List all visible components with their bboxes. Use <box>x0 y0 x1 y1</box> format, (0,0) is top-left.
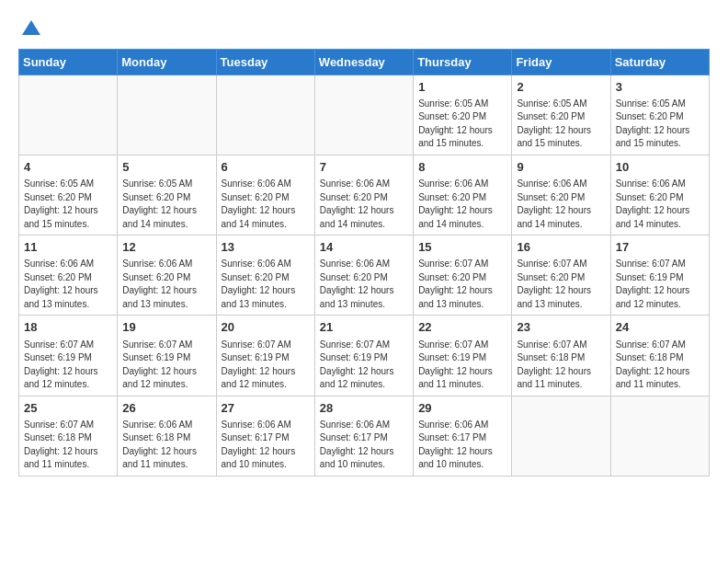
day-cell <box>610 396 709 476</box>
day-cell: 19Sunrise: 6:07 AM Sunset: 6:19 PM Dayli… <box>118 316 216 396</box>
day-info: Sunrise: 6:06 AM Sunset: 6:20 PM Dayligh… <box>222 258 310 311</box>
day-cell: 28Sunrise: 6:06 AM Sunset: 6:17 PM Dayli… <box>314 396 413 476</box>
day-info: Sunrise: 6:06 AM Sunset: 6:20 PM Dayligh… <box>320 258 408 311</box>
day-cell <box>19 75 118 155</box>
day-cell: 8Sunrise: 6:06 AM Sunset: 6:20 PM Daylig… <box>414 155 512 235</box>
day-cell: 7Sunrise: 6:06 AM Sunset: 6:20 PM Daylig… <box>314 155 413 235</box>
day-cell: 3Sunrise: 6:05 AM Sunset: 6:20 PM Daylig… <box>610 75 709 155</box>
day-number: 14 <box>320 239 408 256</box>
day-cell: 4Sunrise: 6:05 AM Sunset: 6:20 PM Daylig… <box>19 155 118 235</box>
day-info: Sunrise: 6:07 AM Sunset: 6:19 PM Dayligh… <box>222 339 310 392</box>
day-info: Sunrise: 6:05 AM Sunset: 6:20 PM Dayligh… <box>24 178 112 231</box>
week-row-3: 11Sunrise: 6:06 AM Sunset: 6:20 PM Dayli… <box>19 236 710 316</box>
day-cell: 13Sunrise: 6:06 AM Sunset: 6:20 PM Dayli… <box>216 236 314 316</box>
logo-icon <box>18 22 42 40</box>
weekday-friday: Friday <box>512 49 610 75</box>
day-number: 26 <box>122 400 210 417</box>
day-cell: 25Sunrise: 6:07 AM Sunset: 6:18 PM Dayli… <box>19 396 118 476</box>
day-number: 10 <box>616 159 704 176</box>
day-cell: 27Sunrise: 6:06 AM Sunset: 6:17 PM Dayli… <box>216 396 314 476</box>
page-header <box>18 15 710 41</box>
weekday-header-row: SundayMondayTuesdayWednesdayThursdayFrid… <box>19 49 710 75</box>
day-info: Sunrise: 6:06 AM Sunset: 6:17 PM Dayligh… <box>418 419 506 472</box>
day-cell: 20Sunrise: 6:07 AM Sunset: 6:19 PM Dayli… <box>216 316 314 396</box>
day-info: Sunrise: 6:06 AM Sunset: 6:20 PM Dayligh… <box>418 178 506 231</box>
day-info: Sunrise: 6:06 AM Sunset: 6:17 PM Dayligh… <box>222 419 310 472</box>
day-cell: 21Sunrise: 6:07 AM Sunset: 6:19 PM Dayli… <box>314 316 413 396</box>
day-info: Sunrise: 6:07 AM Sunset: 6:18 PM Dayligh… <box>517 339 605 392</box>
day-info: Sunrise: 6:07 AM Sunset: 6:19 PM Dayligh… <box>616 258 704 311</box>
day-number: 3 <box>616 79 704 96</box>
day-cell: 9Sunrise: 6:06 AM Sunset: 6:20 PM Daylig… <box>512 155 610 235</box>
day-info: Sunrise: 6:07 AM Sunset: 6:19 PM Dayligh… <box>320 339 408 392</box>
day-number: 1 <box>418 79 506 96</box>
day-info: Sunrise: 6:05 AM Sunset: 6:20 PM Dayligh… <box>517 98 605 151</box>
day-info: Sunrise: 6:06 AM Sunset: 6:20 PM Dayligh… <box>320 178 408 231</box>
week-row-4: 18Sunrise: 6:07 AM Sunset: 6:19 PM Dayli… <box>19 316 710 396</box>
day-number: 6 <box>222 159 310 176</box>
day-number: 29 <box>418 400 506 417</box>
day-info: Sunrise: 6:06 AM Sunset: 6:20 PM Dayligh… <box>122 258 210 311</box>
week-row-1: 1Sunrise: 6:05 AM Sunset: 6:20 PM Daylig… <box>19 75 710 155</box>
day-cell: 29Sunrise: 6:06 AM Sunset: 6:17 PM Dayli… <box>414 396 512 476</box>
day-cell: 12Sunrise: 6:06 AM Sunset: 6:20 PM Dayli… <box>118 236 216 316</box>
weekday-saturday: Saturday <box>610 49 709 75</box>
day-number: 18 <box>24 319 112 336</box>
day-number: 28 <box>320 400 408 417</box>
day-info: Sunrise: 6:06 AM Sunset: 6:17 PM Dayligh… <box>320 419 408 472</box>
calendar-header: SundayMondayTuesdayWednesdayThursdayFrid… <box>19 49 710 75</box>
day-info: Sunrise: 6:05 AM Sunset: 6:20 PM Dayligh… <box>616 98 704 151</box>
calendar-table: SundayMondayTuesdayWednesdayThursdayFrid… <box>18 49 710 477</box>
day-cell: 23Sunrise: 6:07 AM Sunset: 6:18 PM Dayli… <box>512 316 610 396</box>
svg-marker-0 <box>22 20 40 35</box>
day-info: Sunrise: 6:06 AM Sunset: 6:20 PM Dayligh… <box>616 178 704 231</box>
day-number: 11 <box>24 239 112 256</box>
day-number: 19 <box>122 319 210 336</box>
weekday-wednesday: Wednesday <box>314 49 413 75</box>
day-cell: 6Sunrise: 6:06 AM Sunset: 6:20 PM Daylig… <box>216 155 314 235</box>
day-number: 22 <box>418 319 506 336</box>
day-info: Sunrise: 6:07 AM Sunset: 6:19 PM Dayligh… <box>418 339 506 392</box>
day-info: Sunrise: 6:07 AM Sunset: 6:20 PM Dayligh… <box>517 258 605 311</box>
weekday-sunday: Sunday <box>19 49 118 75</box>
day-info: Sunrise: 6:05 AM Sunset: 6:20 PM Dayligh… <box>418 98 506 151</box>
day-info: Sunrise: 6:06 AM Sunset: 6:20 PM Dayligh… <box>517 178 605 231</box>
day-cell <box>216 75 314 155</box>
day-number: 21 <box>320 319 408 336</box>
day-info: Sunrise: 6:07 AM Sunset: 6:19 PM Dayligh… <box>24 339 112 392</box>
day-number: 8 <box>418 159 506 176</box>
day-cell: 17Sunrise: 6:07 AM Sunset: 6:19 PM Dayli… <box>610 236 709 316</box>
day-info: Sunrise: 6:07 AM Sunset: 6:18 PM Dayligh… <box>616 339 704 392</box>
day-number: 12 <box>122 239 210 256</box>
logo <box>18 18 42 41</box>
day-number: 2 <box>517 79 605 96</box>
day-number: 24 <box>616 319 704 336</box>
day-info: Sunrise: 6:06 AM Sunset: 6:18 PM Dayligh… <box>122 419 210 472</box>
day-number: 20 <box>222 319 310 336</box>
day-number: 16 <box>517 239 605 256</box>
day-info: Sunrise: 6:07 AM Sunset: 6:20 PM Dayligh… <box>418 258 506 311</box>
week-row-2: 4Sunrise: 6:05 AM Sunset: 6:20 PM Daylig… <box>19 155 710 235</box>
day-cell: 18Sunrise: 6:07 AM Sunset: 6:19 PM Dayli… <box>19 316 118 396</box>
day-cell <box>314 75 413 155</box>
day-number: 17 <box>616 239 704 256</box>
day-cell: 2Sunrise: 6:05 AM Sunset: 6:20 PM Daylig… <box>512 75 610 155</box>
weekday-monday: Monday <box>118 49 216 75</box>
day-cell <box>512 396 610 476</box>
day-number: 25 <box>24 400 112 417</box>
day-cell: 26Sunrise: 6:06 AM Sunset: 6:18 PM Dayli… <box>118 396 216 476</box>
day-cell <box>118 75 216 155</box>
day-number: 23 <box>517 319 605 336</box>
day-cell: 10Sunrise: 6:06 AM Sunset: 6:20 PM Dayli… <box>610 155 709 235</box>
weekday-thursday: Thursday <box>414 49 512 75</box>
day-info: Sunrise: 6:06 AM Sunset: 6:20 PM Dayligh… <box>24 258 112 311</box>
day-cell: 22Sunrise: 6:07 AM Sunset: 6:19 PM Dayli… <box>414 316 512 396</box>
day-cell: 15Sunrise: 6:07 AM Sunset: 6:20 PM Dayli… <box>414 236 512 316</box>
day-info: Sunrise: 6:07 AM Sunset: 6:18 PM Dayligh… <box>24 419 112 472</box>
day-cell: 14Sunrise: 6:06 AM Sunset: 6:20 PM Dayli… <box>314 236 413 316</box>
day-number: 5 <box>122 159 210 176</box>
day-cell: 24Sunrise: 6:07 AM Sunset: 6:18 PM Dayli… <box>610 316 709 396</box>
day-info: Sunrise: 6:05 AM Sunset: 6:20 PM Dayligh… <box>122 178 210 231</box>
day-number: 9 <box>517 159 605 176</box>
day-cell: 11Sunrise: 6:06 AM Sunset: 6:20 PM Dayli… <box>19 236 118 316</box>
